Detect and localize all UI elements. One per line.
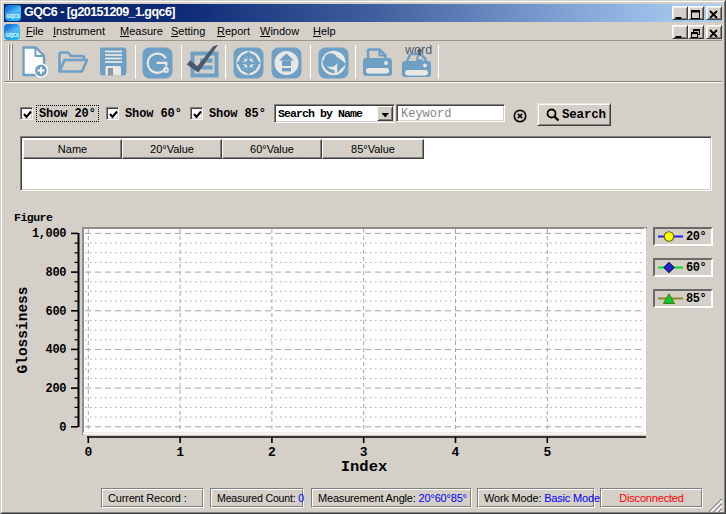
svg-text:4: 4 <box>452 445 460 460</box>
svg-text:Index: Index <box>341 458 388 476</box>
svg-text:Glossiness: Glossiness <box>15 286 31 373</box>
svg-text:600: 600 <box>46 305 67 319</box>
svg-text:800: 800 <box>46 266 67 280</box>
svg-text:5: 5 <box>543 445 551 460</box>
svg-text:1: 1 <box>176 445 184 460</box>
svg-text:400: 400 <box>46 343 67 357</box>
svg-text:1,000: 1,000 <box>32 227 66 241</box>
svg-text:0: 0 <box>84 445 92 460</box>
svg-text:200: 200 <box>46 382 67 396</box>
svg-text:0: 0 <box>59 421 66 435</box>
svg-text:Figure: Figure <box>14 211 53 224</box>
svg-text:2: 2 <box>268 445 276 460</box>
